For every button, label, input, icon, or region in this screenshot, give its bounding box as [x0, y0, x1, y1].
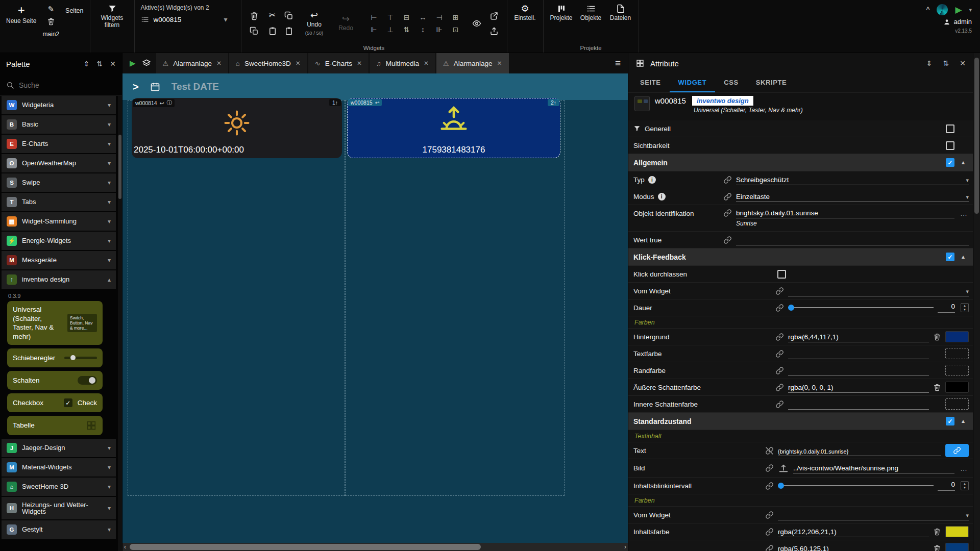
import-widgets-button[interactable] — [489, 27, 499, 36]
run-button[interactable]: ▶ — [955, 5, 962, 15]
dauer-stepper[interactable]: ▴▾ — [961, 303, 969, 312]
user-name[interactable]: admin — [954, 18, 972, 26]
close-icon[interactable]: ✕ — [497, 60, 502, 67]
palette-widget-checkbox[interactable]: Checkbox ✓ Check — [7, 393, 103, 412]
widget-select[interactable]: w000815 ▾ — [141, 14, 228, 24]
palette-widget-universal[interactable]: Universal (Schalter, Taster, Nav & mehr)… — [7, 301, 103, 345]
info-icon[interactable]: i — [648, 176, 656, 184]
palette-group-tabs[interactable]: T Tabs ▾ — [2, 193, 116, 211]
section-checkbox[interactable]: ✓ — [946, 253, 954, 261]
collapse-all-icon[interactable]: ⇅ — [97, 60, 103, 68]
group-checkbox[interactable] — [946, 124, 954, 133]
palette-widget-tabelle[interactable]: Tabelle — [7, 416, 103, 435]
stepper-down-icon[interactable]: ▾ — [961, 486, 968, 490]
close-icon[interactable]: ✕ — [357, 60, 362, 67]
edit-page-button[interactable]: ✎ — [47, 5, 54, 13]
select-image-button[interactable]: … — [959, 464, 969, 472]
palette-group-widgeteria[interactable]: W Widgeteria ▾ — [2, 96, 116, 114]
dauer-value[interactable]: 0 — [938, 303, 955, 313]
palette-group-sweethome3d[interactable]: ⌂ SweetHome 3D ▾ — [2, 478, 116, 496]
stepper-down-icon[interactable]: ▾ — [961, 308, 968, 312]
palette-scrollbar-thumb[interactable] — [118, 135, 121, 199]
link-icon[interactable] — [723, 236, 732, 244]
align-top-edges-icon[interactable]: ⊤ — [387, 14, 393, 21]
chevron-up-icon[interactable]: ▴ — [959, 159, 968, 166]
stepper-up-icon[interactable]: ▴ — [961, 482, 968, 486]
link-icon[interactable] — [775, 366, 784, 375]
aeussere-schattenfarbe-swatch[interactable] — [945, 382, 969, 393]
view-tab-alarmanlage-2[interactable]: ⚠ Alarmanlage ✕ — [436, 53, 509, 73]
link-icon[interactable] — [765, 482, 774, 490]
innere-schattenfarbe-swatch[interactable] — [945, 398, 969, 410]
blink-stepper[interactable]: ▴▾ — [961, 481, 969, 490]
wert-true-input[interactable] — [736, 235, 969, 245]
distribute-vertical-icon[interactable]: ⇅ — [404, 26, 410, 33]
files-button[interactable]: Dateien — [609, 4, 632, 22]
tab-seite[interactable]: SEITE — [631, 73, 670, 92]
paste-special-button[interactable] — [284, 27, 293, 36]
blink-value[interactable]: 0 — [938, 481, 955, 491]
typ-select[interactable]: Schreibgeschützt ▾ — [736, 174, 969, 185]
section-checkbox[interactable]: ✓ — [946, 417, 954, 425]
delete-widget-button[interactable] — [250, 11, 259, 20]
chevron-right-icon[interactable]: > — [133, 81, 139, 93]
select-id-button[interactable]: … — [959, 209, 969, 217]
inhaltsfarbe-input[interactable]: rgba(212,206,21,1) — [778, 527, 929, 537]
projects-button[interactable]: Projekte — [550, 4, 573, 22]
clone-widget-button[interactable] — [250, 27, 259, 36]
view-tab-echarts[interactable]: ∿ E-Charts ✕ — [308, 53, 369, 73]
dauer-slider[interactable] — [788, 304, 934, 311]
inhaltsfarbe-swatch[interactable] — [945, 526, 969, 537]
palette-group-basic[interactable]: B Basic ▾ — [2, 115, 116, 134]
palette-group-widget-sammlung[interactable]: ▦ Widget-Sammlung ▾ — [2, 212, 116, 231]
palette-group-energie-widgets[interactable]: ⚡ Energie-Widgets ▾ — [2, 232, 116, 250]
tab-css[interactable]: CSS — [715, 73, 747, 92]
klick-durchlassen-checkbox[interactable] — [777, 270, 786, 279]
palette-group-swipe[interactable]: S Swipe ▾ — [2, 173, 116, 192]
settings-button[interactable]: ⚙ Einstell. — [513, 4, 537, 22]
bild-input[interactable]: ../vis-icontwo/Weather/sunrise.png — [793, 463, 954, 473]
view-header-widget[interactable]: > Test DATE — [122, 73, 628, 100]
textfarbe-input[interactable] — [788, 348, 929, 359]
equal-height-icon[interactable]: ↕ — [421, 26, 425, 33]
link-icon[interactable] — [775, 304, 784, 312]
view-canvas[interactable]: > Test DATE w000814 ↩ ⓘ 1↑ 2025-10-01T06… — [122, 73, 628, 543]
export-widgets-button[interactable] — [489, 11, 499, 20]
link-icon[interactable] — [775, 333, 784, 341]
link-icon[interactable] — [765, 528, 774, 536]
trash-icon[interactable] — [933, 528, 941, 536]
view-tab-sweethome3d[interactable]: ⌂ SweetHome3D ✕ — [229, 53, 307, 73]
canvas-widget-w000814[interactable]: w000814 ↩ ⓘ 1↑ 2025-10-01T06:00:00+00:00 — [132, 98, 342, 158]
link-icon[interactable] — [765, 544, 774, 551]
pages-menu[interactable]: Seiten — [65, 4, 83, 14]
link-icon[interactable] — [775, 349, 784, 358]
palette-group-heizungs-wetter[interactable]: H Heizungs- und Wetter-Widgets ▾ — [2, 497, 116, 519]
filter-widgets-button[interactable]: Widgets filtern — [96, 4, 128, 29]
chevron-up-icon[interactable]: ▴ — [959, 254, 968, 260]
innere-schattenfarbe-input[interactable] — [788, 399, 929, 410]
close-icon[interactable]: ✕ — [296, 60, 301, 67]
palette-widget-schalten[interactable]: Schalten — [7, 371, 103, 390]
trash-icon[interactable] — [933, 544, 941, 551]
cut-widget-button[interactable]: ✂ — [269, 11, 276, 20]
paste-widget-button[interactable] — [268, 27, 277, 36]
text-input[interactable]: {brightsky.0.daily.01.sunrise} — [778, 445, 941, 456]
search-input[interactable] — [19, 81, 116, 89]
expand-all-icon[interactable]: ⇕ — [84, 60, 90, 68]
undo-button[interactable]: ↩ Undo (50 / 50) — [303, 11, 326, 36]
view-menu-icon[interactable]: ≡ — [615, 58, 621, 69]
copy-widget-button[interactable] — [284, 11, 293, 20]
aeussere-schattenfarbe-input[interactable]: rgba(0, 0, 0, 1) — [788, 382, 929, 393]
binding-button[interactable] — [945, 444, 969, 457]
stepper-up-icon[interactable]: ▴ — [961, 304, 968, 308]
preview-play-icon[interactable]: ▶ — [130, 59, 136, 68]
equal-width-icon[interactable]: ↔ — [420, 14, 427, 21]
palette-group-jaeger-design[interactable]: J Jaeger-Design ▾ — [2, 439, 116, 457]
tab-skripte[interactable]: SKRIPTE — [747, 73, 796, 92]
expand-all-icon[interactable]: ⇕ — [926, 59, 933, 67]
textfarbe-swatch[interactable] — [945, 348, 969, 359]
vom-widget-2-select[interactable]: ▾ — [778, 510, 969, 520]
attr-section-allgemein[interactable]: Allgemein ✓ ▴ — [628, 154, 973, 171]
chevron-up-icon[interactable]: ▴ — [959, 418, 968, 424]
scroll-left-icon[interactable]: ‹ — [124, 543, 126, 551]
